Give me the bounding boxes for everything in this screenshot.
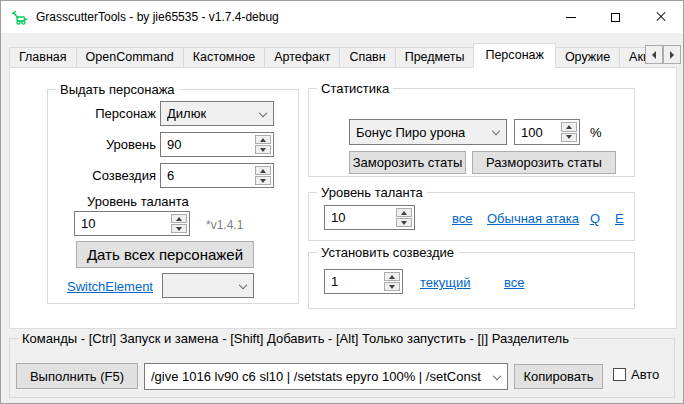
talent-value: 10	[81, 216, 95, 231]
talent-label: Уровень таланта	[87, 194, 189, 210]
level-spinner	[255, 135, 271, 154]
talent-level-group: Уровень таланта 10 все Обычная атака Q E	[308, 192, 635, 241]
talent-q-link[interactable]: Q	[590, 211, 600, 226]
caption-buttons	[548, 1, 683, 33]
unfreeze-stats-button[interactable]: Разморозить статы	[472, 151, 616, 174]
talent-version-note: *v1.4.1	[206, 217, 243, 233]
app-icon	[11, 9, 28, 26]
level-label: Уровень	[58, 137, 156, 153]
auto-checkbox[interactable]	[613, 368, 626, 381]
stats-group: Статистика Бонус Пиро урона 100 % Заморо…	[308, 88, 635, 177]
set-constellation-value: 1	[331, 274, 338, 289]
down-arrow-icon	[566, 135, 572, 139]
talent-level-group-title: Уровень таланта	[317, 185, 427, 200]
spin-up-button[interactable]	[255, 166, 271, 175]
run-command-button[interactable]: Выполнить (F5)	[16, 363, 138, 389]
character-label: Персонаж	[58, 106, 156, 122]
spin-down-button[interactable]	[396, 218, 412, 227]
spin-down-button[interactable]	[255, 145, 271, 154]
talent-level-value: 10	[331, 210, 345, 225]
constellation-all-link[interactable]: все	[504, 275, 525, 290]
constellation-spinner	[255, 166, 271, 185]
spin-down-button[interactable]	[561, 133, 577, 143]
copy-command-button[interactable]: Копировать	[514, 364, 603, 389]
tab-scroll-left-button[interactable]	[645, 45, 663, 64]
freeze-stats-button[interactable]: Заморозить статы	[349, 151, 466, 174]
minimize-button[interactable]	[548, 1, 593, 33]
tab-opencommand[interactable]: OpenCommand	[76, 47, 184, 68]
tab-akkaunt[interactable]: Аккаун	[619, 47, 646, 68]
talent-all-link[interactable]: все	[452, 211, 473, 226]
talent-level-spinner	[396, 208, 412, 227]
stats-group-title: Статистика	[317, 81, 393, 96]
character-select-value: Дилюк	[167, 106, 206, 121]
down-arrow-icon	[389, 285, 395, 289]
tab-oruzhie[interactable]: Оружие	[555, 47, 620, 68]
close-button[interactable]	[638, 1, 683, 33]
give-character-group-title: Выдать персонажа	[56, 82, 179, 97]
down-arrow-icon	[260, 148, 266, 152]
tab-spavn[interactable]: Спавн	[339, 47, 395, 68]
command-input-value: /give 1016 lv90 c6 sl10 | /setstats epyr…	[151, 369, 481, 384]
spin-down-button[interactable]	[171, 224, 187, 233]
app-window: GrasscutterTools - by jie65535 - v1.7.4-…	[0, 0, 684, 404]
commands-group-title: Команды - [Ctrl] Запуск и замена - [Shif…	[18, 331, 573, 346]
chevron-down-icon	[493, 371, 501, 379]
tab-glavnaya[interactable]: Главная	[9, 47, 77, 68]
maximize-button[interactable]	[593, 1, 638, 33]
stat-select[interactable]: Бонус Пиро урона	[349, 119, 507, 145]
character-select[interactable]: Дилюк	[160, 101, 274, 126]
talent-input[interactable]: 10	[74, 211, 190, 236]
minimize-icon	[566, 17, 576, 18]
tab-kastomnoe[interactable]: Кастомное	[183, 47, 265, 68]
spin-up-button[interactable]	[171, 214, 187, 223]
tab-personazh[interactable]: Персонаж	[473, 43, 555, 68]
tab-artefakt[interactable]: Артефакт	[264, 47, 340, 68]
up-arrow-icon	[389, 275, 395, 279]
down-arrow-icon	[401, 221, 407, 225]
tab-strip: Главная OpenCommand Кастомное Артефакт С…	[9, 43, 646, 68]
maximize-icon	[611, 13, 620, 22]
spin-up-button[interactable]	[561, 122, 577, 132]
stat-percent-input[interactable]: 100	[514, 119, 580, 145]
spin-down-button[interactable]	[384, 282, 400, 291]
up-arrow-icon	[401, 211, 407, 215]
tab-scroll-right-button[interactable]	[663, 45, 681, 64]
talent-e-link[interactable]: E	[615, 211, 624, 226]
tab-predmety[interactable]: Предметы	[395, 47, 475, 68]
titlebar: GrasscutterTools - by jie65535 - v1.7.4-…	[1, 1, 683, 33]
switch-element-select[interactable]	[162, 273, 254, 298]
chevron-down-icon	[259, 108, 267, 116]
talent-level-input[interactable]: 10	[324, 205, 415, 230]
spin-up-button[interactable]	[255, 135, 271, 144]
spin-down-button[interactable]	[255, 176, 271, 185]
level-input[interactable]: 90	[160, 132, 274, 157]
commands-group: Команды - [Ctrl] Запуск и замена - [Shif…	[9, 338, 675, 398]
window-title: GrasscutterTools - by jie65535 - v1.7.4-…	[36, 10, 279, 24]
chevron-down-icon	[239, 280, 247, 288]
spin-up-button[interactable]	[384, 272, 400, 281]
auto-checkbox-label: Авто	[631, 367, 659, 383]
down-arrow-icon	[260, 179, 266, 183]
switch-element-link[interactable]: SwitchElement	[67, 279, 153, 294]
arrow-right-icon	[670, 51, 674, 59]
level-value: 90	[167, 137, 181, 152]
up-arrow-icon	[260, 138, 266, 142]
constellation-value: 6	[167, 168, 174, 183]
set-constellation-input[interactable]: 1	[324, 269, 403, 294]
command-input[interactable]: /give 1016 lv90 c6 sl10 | /setstats epyr…	[144, 363, 508, 390]
arrow-left-icon	[652, 51, 656, 59]
spin-up-button[interactable]	[396, 208, 412, 217]
constellation-input[interactable]: 6	[160, 163, 274, 188]
set-constellation-group-title: Установить созвездие	[317, 245, 458, 260]
stat-percent-value: 100	[521, 125, 543, 140]
constellation-label: Созвездия	[58, 168, 156, 184]
give-all-characters-button[interactable]: Дать всех персонажей	[76, 241, 254, 268]
talent-normal-attack-link[interactable]: Обычная атака	[487, 211, 579, 226]
up-arrow-icon	[566, 125, 572, 129]
set-constellation-spinner	[384, 272, 400, 291]
talent-spinner	[171, 214, 187, 233]
percent-sign-label: %	[590, 125, 602, 141]
constellation-current-link[interactable]: текущий	[420, 275, 471, 290]
up-arrow-icon	[176, 217, 182, 221]
